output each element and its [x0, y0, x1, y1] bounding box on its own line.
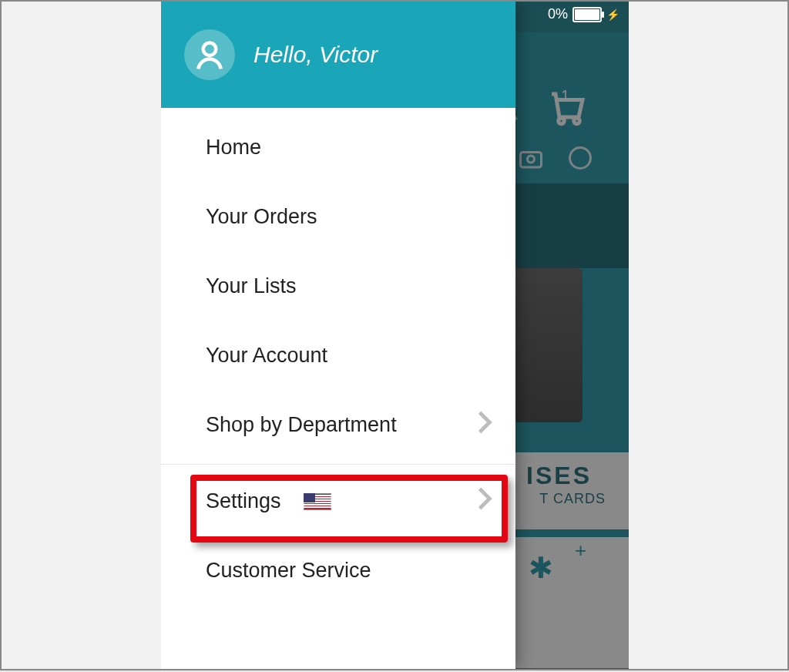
phone-screen: 1 B ISES T CARDS ✱ + 0% ⚡ [161, 2, 629, 669]
menu-item-label: Your Orders [206, 205, 492, 229]
menu-item-customer-service[interactable]: Customer Service [161, 536, 515, 605]
battery-text: 0% [548, 6, 568, 22]
country-flag-us-icon [304, 493, 331, 510]
menu-item-label: Your Lists [206, 274, 492, 298]
page-frame: 1 B ISES T CARDS ✱ + 0% ⚡ [0, 0, 789, 670]
menu-item-label: Shop by Department [206, 413, 477, 437]
battery-icon [572, 7, 602, 22]
svg-point-5 [203, 42, 217, 55]
chevron-right-icon [477, 410, 492, 440]
dim-overlay[interactable] [515, 2, 629, 669]
drawer-menu-section-1: Home Your Orders Your Lists Your Account… [161, 108, 515, 459]
menu-item-label: Settings [206, 489, 477, 513]
menu-item-label: Home [206, 136, 492, 160]
menu-item-label: Customer Service [206, 559, 492, 583]
menu-item-your-lists[interactable]: Your Lists [161, 251, 515, 321]
avatar-icon [184, 29, 235, 80]
menu-item-shop-by-department[interactable]: Shop by Department [161, 390, 515, 459]
menu-item-your-account[interactable]: Your Account [161, 321, 515, 390]
menu-item-label: Your Account [206, 344, 492, 368]
menu-item-home[interactable]: Home [161, 113, 515, 182]
chevron-right-icon [477, 486, 492, 516]
menu-item-your-orders[interactable]: Your Orders [161, 182, 515, 251]
menu-item-settings[interactable]: Settings [161, 466, 515, 536]
status-bar: 0% ⚡ [548, 6, 619, 22]
greeting-text: Hello, Victor [253, 42, 378, 68]
navigation-drawer: Hello, Victor Home Your Orders Your List… [161, 2, 515, 669]
drawer-menu-section-2: Settings Customer Service [161, 465, 515, 605]
drawer-header[interactable]: Hello, Victor [161, 2, 515, 108]
charging-icon: ⚡ [606, 8, 619, 21]
